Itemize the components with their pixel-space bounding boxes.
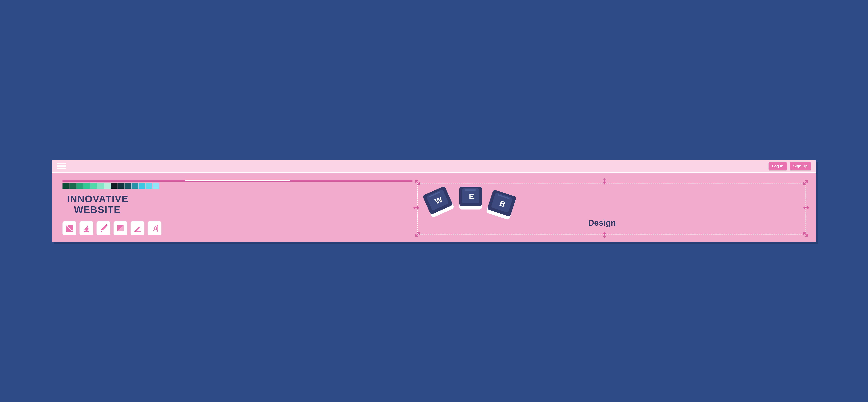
color-swatch[interactable] (139, 183, 145, 189)
headline-line-2: WEBSITE (74, 204, 412, 215)
login-button[interactable]: Log In (769, 162, 787, 170)
svg-point-6 (101, 231, 102, 232)
shape-tool-icon[interactable] (62, 221, 76, 235)
color-swatch[interactable] (153, 183, 159, 189)
gradient-icon[interactable] (114, 221, 127, 235)
left-panel: INNOVATIVE WEBSITE A (62, 180, 412, 235)
headline-line-1: INNOVATIVE (67, 193, 412, 204)
color-swatch[interactable] (62, 183, 69, 189)
color-swatch[interactable] (146, 183, 152, 189)
hamburger-menu-icon[interactable] (57, 163, 66, 169)
color-swatch[interactable] (118, 183, 124, 189)
palette-scrollbar[interactable] (62, 180, 412, 182)
color-swatch[interactable] (90, 183, 97, 189)
app-window: Log In Sign Up INNOVATIVE WEBSITE A (52, 160, 816, 242)
titlebar: Log In Sign Up (52, 160, 816, 173)
svg-text:E: E (469, 192, 474, 200)
color-swatch[interactable] (69, 183, 76, 189)
keycap-w: W (420, 182, 459, 222)
color-swatch[interactable] (132, 183, 138, 189)
svg-rect-48 (465, 189, 476, 191)
color-swatch[interactable] (97, 183, 104, 189)
pencil-icon[interactable] (130, 221, 145, 235)
svg-rect-5 (86, 225, 88, 228)
color-swatch[interactable] (83, 183, 90, 189)
content-area: INNOVATIVE WEBSITE A (52, 173, 816, 242)
keycap-b: B (483, 187, 521, 224)
page-headline: INNOVATIVE WEBSITE (67, 193, 412, 215)
color-swatch[interactable] (125, 183, 131, 189)
design-label: Design (588, 218, 616, 227)
signup-button[interactable]: Sign Up (790, 162, 811, 170)
paint-bucket-icon[interactable] (80, 221, 93, 235)
tool-row: A (62, 221, 412, 235)
color-swatch[interactable] (76, 183, 83, 189)
right-panel: W E (412, 180, 807, 235)
color-swatch[interactable] (111, 183, 118, 189)
color-swatch[interactable] (104, 183, 111, 189)
eyedropper-icon[interactable] (96, 221, 111, 235)
keycap-e: E (458, 184, 485, 213)
color-palette (62, 180, 412, 189)
type-tool-icon[interactable]: A (148, 221, 161, 235)
